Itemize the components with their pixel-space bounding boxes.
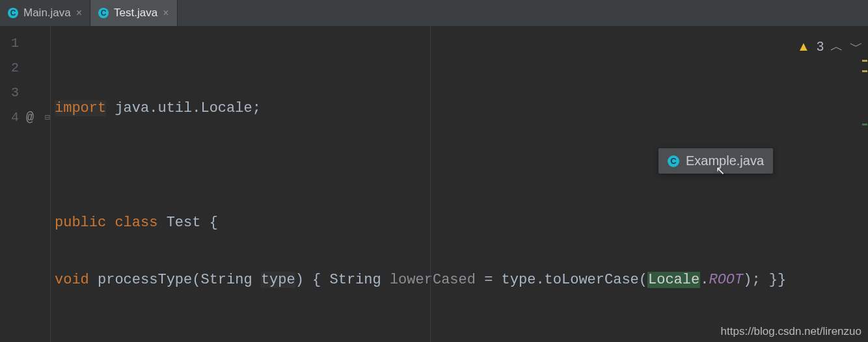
- file-drag-tooltip: C Example.java: [658, 148, 773, 174]
- editor-area: 1 2 3 4@⊟ import java.util.Locale; publi…: [0, 26, 868, 342]
- tab-test-java[interactable]: C Test.java ×: [90, 0, 177, 26]
- stripe-mark-warning[interactable]: [862, 70, 867, 72]
- line-number[interactable]: 2: [0, 56, 50, 81]
- tab-bar: C Main.java × C Test.java ×: [0, 0, 868, 26]
- tab-label: Test.java: [114, 7, 157, 20]
- java-class-icon: C: [668, 155, 679, 167]
- close-icon[interactable]: ×: [163, 7, 169, 19]
- warning-count: 3: [817, 39, 824, 54]
- java-class-icon: C: [98, 8, 109, 18]
- fold-icon: ⊟: [41, 105, 50, 130]
- stripe-mark-warning[interactable]: [862, 60, 867, 62]
- error-stripe[interactable]: [861, 26, 868, 342]
- inspections-widget[interactable]: ▲ 3 ︿ ﹀: [797, 38, 863, 55]
- tab-label: Main.java: [23, 7, 71, 20]
- chevron-up-icon[interactable]: ︿: [830, 38, 843, 55]
- java-class-icon: C: [8, 8, 18, 18]
- code-line: import java.util.Locale;: [55, 96, 868, 121]
- chevron-down-icon[interactable]: ﹀: [850, 38, 863, 55]
- close-icon[interactable]: ×: [76, 7, 82, 19]
- annotation-icon: @: [23, 105, 37, 130]
- warning-icon: ▲: [797, 39, 810, 54]
- code-view[interactable]: import java.util.Locale; public class Te…: [51, 26, 868, 342]
- tab-main-java[interactable]: C Main.java ×: [0, 0, 90, 26]
- watermark: https://blog.csdn.net/lirenzuo: [721, 325, 861, 338]
- right-margin-guide: [430, 26, 431, 342]
- code-line: public class Test {: [55, 211, 868, 235]
- line-number[interactable]: 3: [0, 81, 50, 105]
- line-number[interactable]: 4@⊟: [0, 105, 50, 130]
- code-line: void processType(String type) { String l…: [55, 268, 868, 293]
- drag-file-label: Example.java: [686, 153, 764, 168]
- gutter: 1 2 3 4@⊟: [0, 26, 51, 342]
- stripe-mark-ok[interactable]: [862, 124, 867, 125]
- line-number[interactable]: 1: [0, 31, 50, 56]
